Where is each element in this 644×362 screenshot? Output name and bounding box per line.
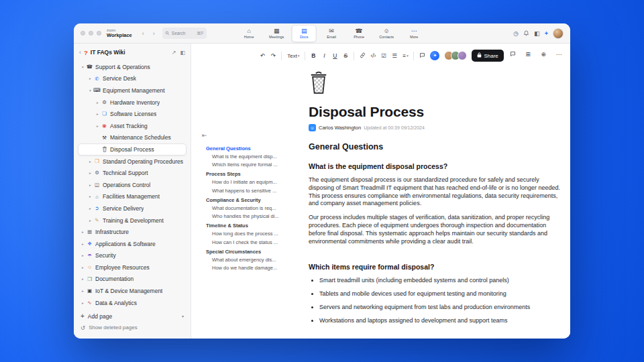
sidebar-item-technical-support[interactable]: ▸⚙Technical Support — [78, 167, 186, 179]
expand-icon[interactable]: ▸ — [80, 301, 86, 305]
toc-what-about-emergency-dis[interactable]: What about emergency dis... — [206, 255, 284, 263]
tab-more[interactable]: ⋯More — [402, 25, 427, 42]
sidebar-item-employee-resources[interactable]: ▸☺Employee Resources — [78, 261, 186, 274]
text-style-button[interactable]: Text▾ — [285, 50, 301, 61]
tab-contacts[interactable]: ☺Contacts — [374, 25, 399, 42]
toc-special-circumstances[interactable]: Special Circumstances — [206, 247, 284, 255]
link-button[interactable] — [358, 50, 367, 61]
expand-icon[interactable]: ▸ — [80, 289, 86, 293]
panel-toggle-icon[interactable]: ◧ — [180, 50, 185, 56]
expand-icon[interactable]: ▸ — [95, 112, 101, 116]
user-avatar[interactable] — [553, 28, 564, 39]
minimize-window-icon[interactable] — [89, 31, 93, 36]
expand-icon[interactable]: ▸ — [87, 194, 93, 198]
sidebar-item-applications-software[interactable]: ▸❖Applications & Software — [78, 238, 186, 250]
expand-icon[interactable]: ▸ — [80, 277, 86, 281]
toc-how-do-we-handle-damage[interactable]: How do we handle damage... — [206, 264, 284, 272]
sidebar-item-service-delivery[interactable]: ▸➲Service Delivery — [78, 202, 186, 215]
expand-icon[interactable]: ▸ — [87, 219, 93, 223]
expand-icon[interactable]: ▾ — [80, 65, 86, 69]
sidebar-item-facilities-management[interactable]: ▸⌂Facilities Management — [78, 191, 186, 203]
question-heading-2[interactable]: Which items require formal disposal? — [309, 263, 564, 271]
tab-home[interactable]: ⌂Home — [237, 25, 262, 42]
section-heading[interactable]: General Questions — [309, 142, 564, 152]
strikethrough-button[interactable]: S — [341, 50, 350, 61]
code-button[interactable]: ‹/› — [368, 50, 378, 61]
toc-how-do-i-initiate-an-equipm[interactable]: How do I initiate an equipm... — [206, 178, 284, 186]
expand-icon[interactable]: ▸ — [80, 230, 86, 234]
bullet-item[interactable]: Tablets and mobile devices used for equi… — [319, 291, 564, 297]
search-input[interactable]: Search ⌘F — [162, 27, 207, 39]
sidebar-item-software-licenses[interactable]: ▸❏Software Licenses — [78, 108, 186, 120]
sidebar-item-disposal-process[interactable]: Disposal Process — [78, 143, 186, 156]
tab-meetings[interactable]: ▦Meetings — [264, 25, 289, 42]
sidebar-item-training-development[interactable]: ▸✎Training & Development — [78, 215, 186, 227]
expand-icon[interactable]: ▸ — [80, 265, 86, 269]
maximize-window-icon[interactable] — [97, 31, 101, 36]
tab-phone[interactable]: ☎Phone — [347, 25, 372, 42]
nav-forward-button[interactable]: › — [150, 29, 158, 38]
expand-icon[interactable]: ▸ — [95, 101, 101, 105]
notifications-icon[interactable] — [523, 30, 529, 36]
toc-what-happens-to-sensitive[interactable]: What happens to sensitive ... — [206, 186, 284, 194]
bullet-item[interactable]: Workstations and laptops assigned to dev… — [319, 318, 564, 324]
paragraph-2[interactable]: Our process includes multiple stages of … — [309, 214, 564, 245]
expand-icon[interactable]: ▾ — [87, 88, 93, 93]
toc-how-can-i-check-the-status[interactable]: How can I check the status ... — [206, 238, 284, 246]
redo-button[interactable]: ↷ — [268, 50, 278, 61]
back-icon[interactable]: ‹ — [79, 49, 81, 56]
sidebar-item-hardware-inventory[interactable]: ▸⚙Hardware Inventory — [78, 97, 186, 109]
undo-button[interactable]: ↶ — [258, 50, 267, 61]
nav-back-button[interactable]: ‹ — [139, 29, 148, 38]
expand-icon[interactable]: ▸ — [95, 124, 101, 128]
sidebar-item-support-operations[interactable]: ▾☎Support & Operations — [78, 61, 186, 73]
sidebar-item-data-analytics[interactable]: ▸∿Data & Analytics — [78, 297, 186, 308]
sidebar-item-standard-operating-procedures[interactable]: ▸❒Standard Operating Procedures — [78, 156, 186, 168]
publish-button[interactable]: ⊕ — [539, 49, 548, 60]
sidebar-item-service-desk[interactable]: ▸✆Service Desk — [78, 73, 186, 85]
sidebar-item-maintenance-schedules[interactable]: ⚒Maintenance Schedules — [78, 132, 186, 144]
apps-grid-button[interactable]: ⊞ — [523, 49, 533, 60]
more-options-button[interactable]: ⋯ — [554, 49, 564, 60]
toc-who-handles-the-physical-di[interactable]: Who handles the physical di... — [206, 213, 284, 221]
toc-compliance-security[interactable]: Compliance & Security — [206, 196, 284, 204]
trash-icon[interactable] — [309, 70, 329, 95]
expand-icon[interactable]: ▸ — [87, 76, 93, 80]
question-heading-1[interactable]: What is the equipment disposal process? — [309, 162, 564, 170]
open-external-icon[interactable]: ↗ — [172, 50, 176, 56]
show-deleted-pages-button[interactable]: ↺ Show deleted pages — [80, 322, 184, 333]
toc-what-is-the-equipment-disp[interactable]: What is the equipment disp... — [206, 152, 284, 160]
tab-email[interactable]: ✉Email — [319, 25, 344, 42]
expand-icon[interactable]: ▸ — [87, 183, 93, 187]
toc-which-items-require-formal[interactable]: Which items require formal ... — [206, 160, 284, 168]
expand-icon[interactable]: ▸ — [80, 253, 86, 257]
history-icon[interactable]: ◷ — [513, 30, 519, 37]
add-page-button[interactable]: + Add page ▾ — [80, 310, 184, 322]
comments-button[interactable] — [508, 49, 517, 60]
toc-timeline-status[interactable]: Timeline & Status — [206, 222, 284, 230]
expand-icon[interactable]: ▸ — [87, 160, 93, 164]
page-title[interactable]: Disposal Process — [309, 104, 564, 119]
expand-icon[interactable]: ▸ — [87, 171, 93, 175]
sidebar-item-documentation[interactable]: ▸❐Documentation — [78, 274, 186, 286]
bullet-item[interactable]: Smart treadmill units (including embedde… — [319, 278, 564, 284]
toc-how-long-does-the-process[interactable]: How long does the process ... — [206, 230, 284, 238]
expand-icon[interactable]: ▸ — [80, 242, 86, 246]
toc-process-steps[interactable]: Process Steps — [206, 170, 284, 178]
italic-button[interactable]: I — [319, 50, 329, 61]
toc-what-documentation-is-req[interactable]: What documentation is req... — [206, 204, 284, 212]
bold-button[interactable]: B — [309, 50, 318, 61]
close-window-icon[interactable] — [80, 31, 85, 36]
new-item-icon[interactable]: + — [545, 30, 548, 37]
checklist-button[interactable]: ☑ — [379, 50, 388, 61]
paragraph-1[interactable]: The equipment disposal process is our st… — [309, 176, 564, 208]
sidebar-item-equipment-management[interactable]: ▾⌨Equipment Management — [78, 84, 186, 97]
align-button[interactable]: ≡▾ — [400, 50, 410, 61]
collapse-outline-icon[interactable]: ⇤ — [202, 132, 207, 139]
sidebar-item-iot-device-management[interactable]: ▸▣IoT & Device Management — [78, 285, 186, 297]
underline-button[interactable]: U — [330, 50, 339, 61]
tab-docs[interactable]: ▤Docs — [292, 25, 317, 42]
sidebar-item-security[interactable]: ▸☂Security — [78, 250, 186, 262]
panel-toggle-icon[interactable]: ◧ — [534, 30, 540, 37]
bullet-item[interactable]: Servers and networking equipment from te… — [319, 304, 564, 310]
